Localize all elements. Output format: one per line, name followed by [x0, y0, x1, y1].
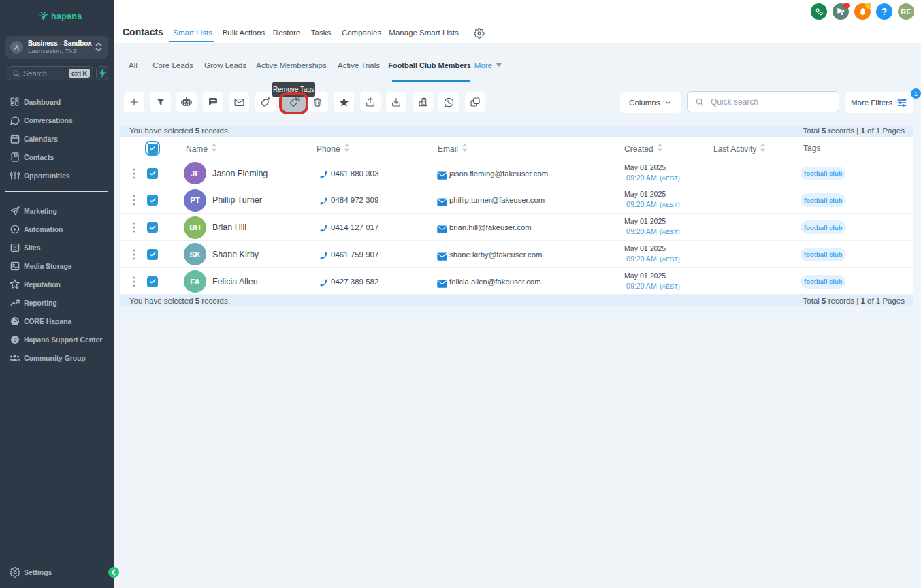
svg-text:?: ?	[13, 336, 16, 343]
